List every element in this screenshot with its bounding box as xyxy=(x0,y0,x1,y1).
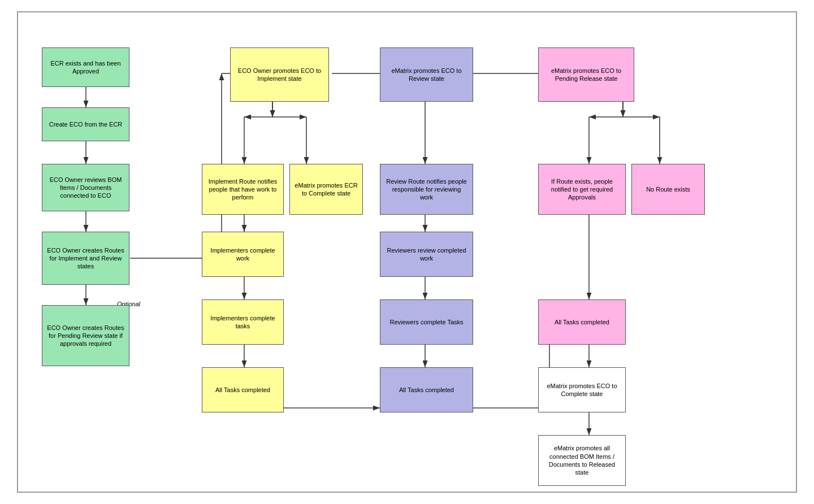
box-col3-all-tasks-completed: All Tasks completed xyxy=(380,367,473,412)
flowchart: ECR exists and has been Approved Create … xyxy=(29,24,785,480)
box-ematrix-promotes-complete: eMatrix promotes ECO to Complete state xyxy=(538,367,626,412)
box-eco-creates-routes: ECO Owner creates Routes for Implement a… xyxy=(42,232,129,285)
box-ematrix-promotes-pending: eMatrix promotes ECO to Pending Release … xyxy=(538,47,634,102)
box-if-route-exists: If Route exists, people notified to get … xyxy=(538,164,626,215)
box-ecr-exists: ECR exists and has been Approved xyxy=(42,47,129,87)
box-reviewers-complete-tasks: Reviewers complete Tasks xyxy=(380,299,473,345)
box-eco-owner-promotes-implement: ECO Owner promotes ECO to Implement stat… xyxy=(230,47,329,102)
box-reviewers-review: Reviewers review completed work xyxy=(380,232,473,277)
box-col4-all-tasks-completed: All Tasks completed xyxy=(538,299,626,345)
box-eco-creates-routes-pending: ECO Owner creates Routes for Pending Rev… xyxy=(42,305,129,366)
box-eco-reviews-bom: ECO Owner reviews BOM Items / Documents … xyxy=(42,164,129,211)
box-ematrix-promotes-released: eMatrix promotes all connected BOM Items… xyxy=(538,435,626,486)
box-implement-route-notifies: Implement Route notifies people that hav… xyxy=(202,164,284,215)
box-implementers-complete-work: Implementers complete work xyxy=(202,232,284,277)
box-ematrix-promotes-review: eMatrix promotes ECO to Review state xyxy=(380,47,473,102)
box-create-eco: Create ECO from the ECR xyxy=(42,107,129,141)
box-ematrix-promotes-ecr: eMatrix promotes ECR to Complete state xyxy=(289,164,363,215)
box-col2-all-tasks-completed: All Tasks completed xyxy=(202,367,284,412)
box-no-route-exists: No Route exists xyxy=(631,164,705,215)
box-implementers-complete-tasks: Implementers complete tasks xyxy=(202,299,284,345)
box-review-route-notifies: Review Route notifies people responsible… xyxy=(380,164,473,215)
diagram-container: ECR exists and has been Approved Create … xyxy=(17,11,797,493)
